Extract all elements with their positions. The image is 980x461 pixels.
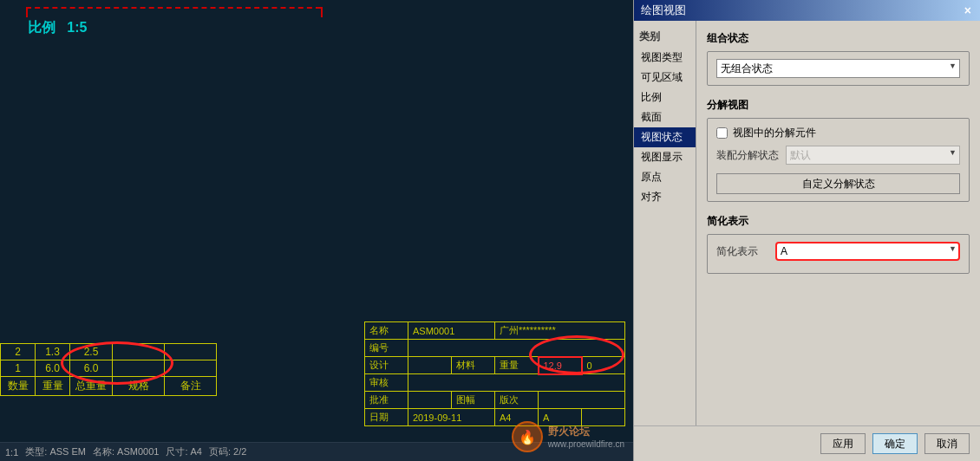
status-scale: 1:1 <box>5 447 18 458</box>
explode-checkbox-row: 视图中的分解元件 <box>716 126 960 140</box>
explode-checkbox-label: 视图中的分解元件 <box>733 126 816 140</box>
table-row: 1 6.0 6.0 <box>1 360 217 377</box>
explode-checkbox[interactable] <box>716 127 728 139</box>
dashed-border-top <box>26 7 321 9</box>
simplified-display-section: 简化表示 简化表示 A 主表示 几何 <box>707 214 970 274</box>
sidebar-category-label: 类别 <box>634 28 696 48</box>
dialog-title: 绘图视图 <box>641 3 686 18</box>
table-row: 审核 <box>365 374 625 392</box>
dialog-titlebar: 绘图视图 × <box>634 0 980 21</box>
sidebar-item-align[interactable]: 对齐 <box>634 187 696 207</box>
combined-state-select[interactable]: 无组合状态 <box>716 59 960 78</box>
table-row: 批准 图幅 版次 <box>365 392 625 409</box>
dashed-border-right <box>321 7 323 17</box>
parts-table: 2 1.3 2.5 1 6.0 6.0 数量 重量 总重量 规格 备注 <box>0 343 217 396</box>
custom-explode-button[interactable]: 自定义分解状态 <box>716 173 960 194</box>
title-block: 名称 ASM0001 广州********** 编号 设计 材料 重量 12.9… <box>364 321 625 426</box>
sidebar-item-section[interactable]: 截面 <box>634 107 696 127</box>
table-row: 设计 材料 重量 12.9 0 <box>365 357 625 374</box>
dialog-panel: 绘图视图 × 类别 视图类型 可见区域 比例 截面 视图状态 视图显示 <box>633 0 980 461</box>
exploded-view-section: 分解视图 视图中的分解元件 装配分解状态 默认 自定义分 <box>707 98 970 202</box>
simplified-field-row: 简化表示 A 主表示 几何 <box>716 242 960 261</box>
sidebar-item-view-state[interactable]: 视图状态 <box>634 127 696 147</box>
cad-canvas: 比例 1:5 2 1.3 2.5 1 6.0 6.0 数量 重量 总重量 <box>0 0 633 461</box>
sidebar-item-view-type[interactable]: 视图类型 <box>634 48 696 68</box>
sidebar-item-scale[interactable]: 比例 <box>634 88 696 107</box>
status-name: 名称: ASM0001 <box>93 445 159 458</box>
apply-button[interactable]: 应用 <box>820 433 866 454</box>
simplified-display-select[interactable]: A 主表示 几何 <box>775 242 960 261</box>
combined-state-select-wrapper: 无组合状态 <box>716 59 960 78</box>
watermark-site-name: 野火论坛 <box>548 425 624 439</box>
scale-label: 比例 1:5 <box>28 19 87 37</box>
sidebar-item-visible-area[interactable]: 可见区域 <box>634 68 696 88</box>
dialog-sidebar: 类别 视图类型 可见区域 比例 截面 视图状态 视图显示 原点 <box>634 21 696 425</box>
simplified-display-title: 简化表示 <box>707 214 970 229</box>
assembly-state-row: 装配分解状态 默认 <box>716 146 960 165</box>
simplified-field-label: 简化表示 <box>716 244 768 259</box>
status-bar: 1:1 类型: ASS EM 名称: ASM0001 尺寸: A4 页码: 2/… <box>0 442 633 461</box>
dialog-close-button[interactable]: × <box>963 3 973 17</box>
dialog-body: 类别 视图类型 可见区域 比例 截面 视图状态 视图显示 原点 <box>634 21 980 425</box>
sidebar-item-view-display[interactable]: 视图显示 <box>634 147 696 167</box>
simplified-display-box: 简化表示 A 主表示 几何 <box>707 234 970 274</box>
table-row: 日期 2019-09-11 A4 A <box>365 409 625 426</box>
dialog-content: 组合状态 无组合状态 分解视图 视图中的分解元件 <box>696 21 980 425</box>
exploded-view-box: 视图中的分解元件 装配分解状态 默认 自定义分解状态 <box>707 118 970 202</box>
table-row: 编号 <box>365 340 625 357</box>
table-header-row: 数量 重量 总重量 规格 备注 <box>1 377 217 396</box>
dialog-button-row: 应用 确定 取消 <box>634 425 980 461</box>
assembly-state-select-wrapper: 默认 <box>786 146 960 165</box>
combined-state-section: 组合状态 无组合状态 <box>707 31 970 86</box>
status-page: 页码: 2/2 <box>209 445 246 458</box>
simplified-select-wrapper: A 主表示 几何 <box>775 242 960 261</box>
assembly-state-label: 装配分解状态 <box>716 148 779 163</box>
sidebar-item-origin[interactable]: 原点 <box>634 167 696 187</box>
table-row: 2 1.3 2.5 <box>1 344 217 360</box>
status-size: 尺寸: A4 <box>166 445 202 458</box>
status-type: 类型: ASS EM <box>25 445 86 458</box>
exploded-view-title: 分解视图 <box>707 98 970 113</box>
confirm-button[interactable]: 确定 <box>872 433 918 454</box>
combined-state-box: 无组合状态 <box>707 51 970 86</box>
assembly-state-select[interactable]: 默认 <box>786 146 960 165</box>
combined-state-title: 组合状态 <box>707 31 970 46</box>
dashed-border-left <box>26 7 28 17</box>
cancel-button[interactable]: 取消 <box>924 433 970 454</box>
table-row: 名称 ASM0001 广州********** <box>365 322 625 340</box>
